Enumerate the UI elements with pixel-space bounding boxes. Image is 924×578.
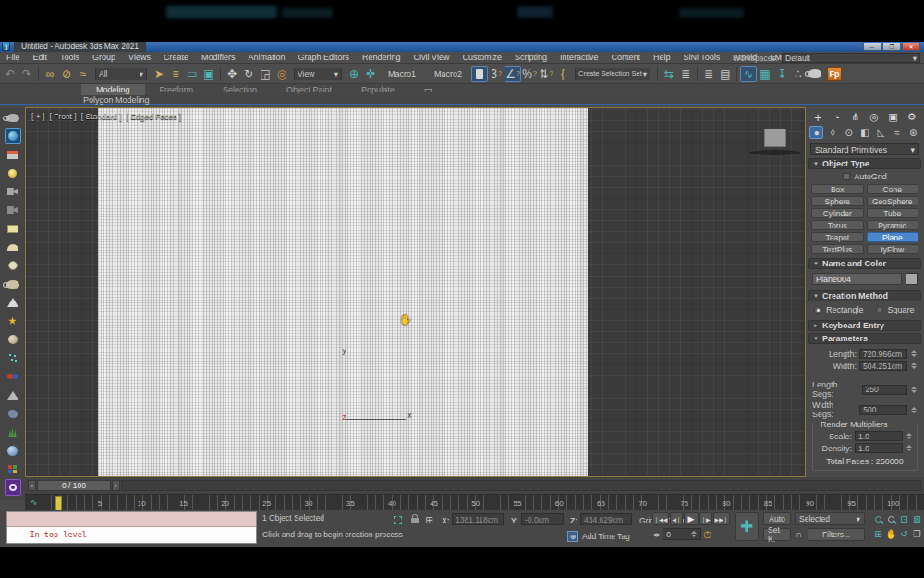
select-and-rotate-icon[interactable]: ↻ bbox=[240, 66, 257, 82]
select-by-name-icon[interactable]: ≡ bbox=[167, 66, 184, 82]
render-production-icon[interactable] bbox=[807, 66, 823, 82]
cone-button[interactable]: Cone bbox=[867, 184, 919, 194]
zoom-all-icon[interactable] bbox=[885, 512, 897, 526]
parameters-header[interactable]: ▼ Parameters bbox=[808, 333, 921, 344]
polygon-modeling-panel[interactable]: Polygon Modeling bbox=[83, 95, 150, 105]
length-segs-field[interactable]: 250 bbox=[862, 385, 908, 395]
time-slider-track[interactable] bbox=[121, 480, 921, 491]
pyramid-button[interactable]: Pyramid bbox=[867, 220, 919, 230]
teapot-button[interactable]: Teapot bbox=[811, 232, 864, 242]
camera-b-icon[interactable] bbox=[5, 202, 21, 218]
category-helpers-icon[interactable]: ◺ bbox=[874, 126, 888, 139]
bind-to-spacewarp-icon[interactable]: ≈ bbox=[75, 66, 91, 82]
menu-group[interactable]: Group bbox=[86, 53, 122, 62]
angle-snap-toggle-icon[interactable]: ∠? bbox=[505, 66, 521, 82]
select-and-scale-icon[interactable]: ◲ bbox=[257, 66, 274, 82]
add-time-tag[interactable]: ⊕ Add Time Tag bbox=[567, 531, 630, 542]
tube-button[interactable]: Tube bbox=[867, 208, 919, 218]
select-object-icon[interactable]: ➤ bbox=[151, 66, 167, 82]
zoom-extents-all-icon[interactable]: ⊠ bbox=[911, 512, 923, 526]
menu-customize[interactable]: Customize bbox=[456, 53, 508, 62]
creation-method-header[interactable]: ▼ Creation Method bbox=[808, 290, 921, 301]
x-coordinate-field[interactable]: 1381.118cm bbox=[452, 513, 504, 525]
zoom-icon[interactable] bbox=[872, 512, 884, 526]
current-frame-field[interactable]: 0 bbox=[663, 528, 701, 540]
frame-step-icon[interactable]: ◀▶ bbox=[652, 531, 661, 537]
current-frame-marker[interactable] bbox=[55, 496, 62, 510]
menu-edit[interactable]: Edit bbox=[27, 53, 55, 62]
play-button[interactable]: ▶ bbox=[684, 512, 699, 525]
category-geometry-icon[interactable]: ● bbox=[809, 126, 823, 139]
selection-filter-dropdown[interactable]: All ▾ bbox=[95, 68, 147, 80]
tab-motion-icon[interactable]: ◎ bbox=[866, 110, 882, 124]
scale-spinner[interactable] bbox=[906, 431, 913, 441]
geosphere-button[interactable]: GeoSphere bbox=[867, 196, 919, 206]
macro1-button[interactable]: Macro1 bbox=[379, 69, 425, 79]
viewport-menu-general[interactable]: [ + ] bbox=[31, 112, 44, 121]
tab-create-icon[interactable]: + bbox=[809, 110, 826, 124]
width-spinner[interactable] bbox=[910, 361, 918, 371]
textplus-button[interactable]: TextPlus bbox=[811, 244, 864, 254]
molecule-icon[interactable] bbox=[5, 368, 21, 385]
workspaces-dropdown[interactable]: Default ▾ bbox=[782, 53, 920, 63]
tab-selection[interactable]: Selection bbox=[208, 84, 272, 95]
object-color-swatch[interactable] bbox=[906, 273, 918, 285]
layer-explorer-icon[interactable]: ≣ bbox=[700, 66, 717, 82]
z-coordinate-field[interactable]: 434.629cm bbox=[580, 513, 632, 525]
active-tool-icon[interactable] bbox=[5, 128, 21, 144]
category-shapes-icon[interactable]: ◊ bbox=[825, 126, 839, 139]
length-field[interactable]: 720.966cm bbox=[859, 349, 907, 359]
window-crossing-icon[interactable]: ▣ bbox=[201, 66, 217, 82]
sphere-button[interactable]: Sphere bbox=[811, 196, 864, 206]
next-frame-button[interactable]: ❘▶ bbox=[699, 512, 712, 525]
mocap-mode-icon[interactable]: ∩ bbox=[793, 528, 805, 540]
time-configuration-icon[interactable]: ◷ bbox=[703, 529, 711, 539]
grass-icon[interactable] bbox=[5, 424, 21, 440]
pan-hand-icon[interactable]: ✋ bbox=[885, 527, 897, 541]
keyboard-entry-header[interactable]: ► Keyboard Entry bbox=[808, 320, 921, 331]
light-keyboard-icon[interactable] bbox=[5, 165, 21, 181]
object-type-header[interactable]: ▼ Object Type bbox=[808, 158, 921, 169]
tyflow-button[interactable]: tyFlow bbox=[867, 244, 919, 254]
tab-display-icon[interactable]: ▣ bbox=[884, 110, 901, 124]
tab-hierarchy-icon[interactable]: ⋔ bbox=[847, 110, 864, 124]
go-to-end-button[interactable]: ▶▶❘ bbox=[713, 512, 730, 525]
absolute-mode-icon[interactable]: ⊞ bbox=[423, 514, 435, 526]
create-cone-icon[interactable] bbox=[5, 294, 21, 311]
rectangular-selection-region-icon[interactable]: ▭ bbox=[184, 66, 201, 82]
scene-object[interactable] bbox=[764, 129, 786, 147]
plane-object[interactable] bbox=[98, 108, 588, 477]
select-and-move-icon[interactable]: ✥ bbox=[224, 66, 240, 82]
listener-output-row[interactable]: -- In top-level bbox=[7, 527, 256, 543]
tab-populate[interactable]: Populate bbox=[346, 84, 409, 95]
ribbon-minimize-icon[interactable]: ▭ bbox=[409, 84, 447, 95]
scale-field[interactable]: 1.0 bbox=[855, 431, 903, 441]
menu-tools[interactable]: Tools bbox=[54, 53, 86, 62]
sphere-tan-icon[interactable] bbox=[5, 331, 21, 348]
pyramid-camera-icon[interactable] bbox=[5, 387, 21, 403]
forest-pack-icon[interactable]: Fp bbox=[827, 67, 842, 81]
zoom-extents-icon[interactable]: ⊡ bbox=[898, 512, 910, 526]
curve-editor-icon[interactable]: ∿ bbox=[740, 66, 757, 82]
mini-curve-editor-icon[interactable]: ∿ bbox=[30, 498, 38, 507]
snaps-toggle-icon[interactable]: 3? bbox=[488, 66, 505, 82]
create-plane-icon[interactable] bbox=[5, 220, 21, 237]
box-button[interactable]: Box bbox=[811, 184, 864, 194]
align-icon[interactable]: ≣ bbox=[677, 66, 694, 82]
maximize-button[interactable]: ❐ bbox=[882, 43, 901, 51]
menu-interactive[interactable]: Interactive bbox=[553, 53, 605, 62]
reference-coordinate-dropdown[interactable]: View ▾ bbox=[294, 68, 342, 80]
width-segs-spinner[interactable] bbox=[910, 405, 918, 415]
set-key-button[interactable]: Set K. bbox=[763, 528, 791, 541]
sun-light-icon[interactable] bbox=[5, 313, 21, 329]
minimize-button[interactable]: ─ bbox=[863, 43, 881, 51]
category-lights-icon[interactable]: ⊙ bbox=[842, 126, 856, 139]
particle-array-icon[interactable] bbox=[5, 350, 21, 366]
window-tool-icon[interactable] bbox=[5, 146, 21, 163]
go-to-start-button[interactable]: ❘◀◀ bbox=[652, 512, 669, 525]
named-selection-set-dropdown[interactable]: Create Selection Set ▾ bbox=[575, 68, 650, 80]
create-dome-icon[interactable] bbox=[5, 239, 21, 255]
auto-key-button[interactable]: Auto bbox=[763, 512, 791, 525]
render-teapot-icon[interactable] bbox=[5, 109, 21, 126]
maximize-viewport-icon[interactable]: ❒ bbox=[911, 527, 923, 541]
